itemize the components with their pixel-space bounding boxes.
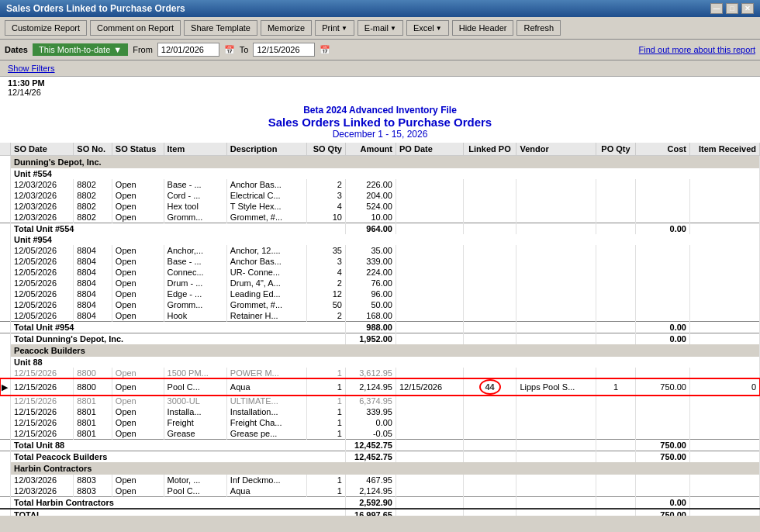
table-row[interactable]: 12/15/2026 8801 Open Installa... Install… [0,406,760,417]
cost [635,485,689,497]
minimize-button[interactable]: — [710,3,723,14]
po-qty [596,179,635,190]
table-row[interactable]: 12/05/2026 8804 Open Connec... UR- Conne… [0,267,760,278]
restore-button[interactable]: □ [726,3,738,14]
table-row[interactable]: 12/05/2026 8804 Open Base - ... Anchor B… [0,256,760,267]
linked-po-cell [463,299,516,310]
date-preset-dropdown[interactable]: This Month-to-date ▼ [33,43,128,56]
description: Grommet, #... [226,212,306,223]
table-row[interactable]: 12/03/2026 8802 Open Cord - ... Electric… [0,190,760,201]
to-date-input[interactable] [253,43,315,57]
table-row[interactable]: 12/05/2026 8804 Open Gromm... Grommet, #… [0,299,760,310]
description: Anchor Bas... [226,256,306,267]
table-row[interactable]: 12/15/2026 8801 Open Grease Grease pe...… [0,428,760,440]
table-row[interactable]: 12/03/2026 8802 Open Hex tool T Style He… [0,201,760,212]
so-qty: 50 [306,299,345,310]
show-filters-link[interactable]: Show Filters [8,64,55,73]
excel-button[interactable]: Excel ▼ [406,20,449,36]
share-template-button[interactable]: Share Template [184,20,257,36]
calendar-to-icon[interactable]: 📅 [320,45,330,55]
unit-total-amount: 988.00 [345,322,396,333]
group-total-label: Total Peacock Builders [11,451,346,463]
row-indicator [0,417,11,428]
item: Gromm... [164,299,226,310]
table-row[interactable]: ▶ 12/15/2026 8800 Open Pool C... Aqua 1 … [0,378,760,396]
po-qty [596,201,635,212]
unit-total-row: Total Unit #554 964.00 0.00 [0,223,760,235]
close-button[interactable]: ✕ [741,3,754,14]
amount: 2,124.95 [345,485,396,497]
email-button[interactable]: E-mail ▼ [358,20,403,36]
find-out-more-link[interactable]: Find out more about this report [639,45,755,54]
so-number: 8801 [74,396,112,406]
title-bar: Sales Orders Linked to Purchase Orders —… [0,0,760,17]
so-status: Open [112,245,164,256]
amount: 226.00 [345,179,396,190]
item: Hook [164,310,226,322]
linked-po-cell [463,406,516,417]
customize-report-button[interactable]: Customize Report [5,20,87,36]
amount: 6,374.95 [345,396,396,406]
so-date: 12/15/2026 [11,406,74,417]
so-number: 8804 [74,288,112,299]
table-row[interactable]: 12/05/2026 8804 Open Edge - ... Leading … [0,288,760,299]
item-received [689,179,759,190]
so-qty: 1 [306,396,345,406]
so-status: Open [112,406,164,417]
refresh-button[interactable]: Refresh [516,20,561,36]
report-area: 11:30 PM 12/14/26 Beta 2024 Advanced Inv… [0,77,760,516]
grand-total-row: TOTAL 16,997.65 750.00 [0,509,760,516]
so-status: Open [112,368,164,378]
table-row[interactable]: 12/03/2026 8803 Open Pool C... Aqua 1 2,… [0,485,760,497]
table-row[interactable]: 12/15/2026 8801 Open Freight Freight Cha… [0,417,760,428]
description: Freight Cha... [226,417,306,428]
amount: 168.00 [345,310,396,322]
po-qty [596,278,635,288]
po-date [396,475,463,485]
amount: 3,612.95 [345,368,396,378]
memorize-button[interactable]: Memorize [261,20,312,36]
amount: 339.95 [345,406,396,417]
table-row[interactable]: 12/05/2026 8804 Open Anchor,... Anchor, … [0,245,760,256]
table-row[interactable]: 12/03/2026 8802 Open Gromm... Grommet, #… [0,212,760,223]
so-number: 8804 [74,310,112,322]
table-header-row: SO Date SO No. SO Status Item Descriptio… [0,143,760,156]
date-bar: Dates This Month-to-date ▼ From 📅 To 📅 F… [0,40,760,60]
po-date [396,201,463,212]
linked-po-cell [463,179,516,190]
vendor [516,299,596,310]
table-row[interactable]: 12/05/2026 8804 Open Hook Retainer H... … [0,310,760,322]
unit-total-cost: 0.00 [635,322,689,333]
so-number: 8801 [74,428,112,440]
table-row[interactable]: 12/15/2026 8801 Open 3000-UL ULTIMATE...… [0,396,760,406]
row-indicator [0,278,11,288]
item: Motor, ... [164,475,226,485]
po-qty [596,299,635,310]
so-date: 12/03/2026 [11,179,74,190]
so-number: 8802 [74,190,112,201]
item-received [689,256,759,267]
so-number: 8803 [74,485,112,497]
so-number: 8804 [74,256,112,267]
vendor [516,179,596,190]
table-row[interactable]: 12/05/2026 8804 Open Drum - ... Drum, 4"… [0,278,760,288]
table-row[interactable]: 12/15/2026 8800 Open 1500 PM... POWER M.… [0,368,760,378]
po-qty [596,256,635,267]
print-button[interactable]: Print ▼ [315,20,354,36]
hide-header-button[interactable]: Hide Header [452,20,514,36]
table-row[interactable]: 12/03/2026 8803 Open Motor, ... Inf Deck… [0,475,760,485]
comment-on-report-button[interactable]: Comment on Report [90,20,181,36]
report-table: SO Date SO No. SO Status Item Descriptio… [0,143,760,516]
calendar-from-icon[interactable]: 📅 [224,45,235,55]
table-row[interactable]: 12/03/2026 8802 Open Base - ... Anchor B… [0,179,760,190]
amount: 10.00 [345,212,396,223]
item: Grease [164,428,226,440]
item: Freight [164,417,226,428]
col-header-amount: Amount [345,143,396,156]
grand-total-amount: 16,997.65 [345,509,396,516]
from-date-input[interactable] [157,43,219,57]
po-qty [596,267,635,278]
so-qty: 1 [306,485,345,497]
unit-total-row: Total Harbin Contractors 2,592.90 0.00 [0,497,760,510]
item-received [689,288,759,299]
